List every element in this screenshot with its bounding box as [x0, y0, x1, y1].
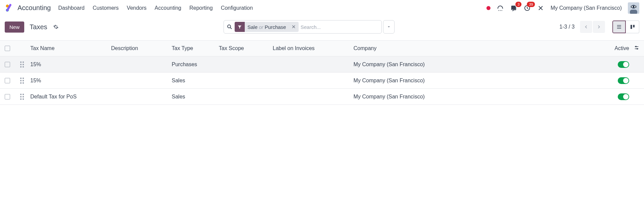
svg-point-8 [632, 6, 633, 7]
search-area: Sale or Purchase ✕ [224, 20, 395, 34]
filter-text: Sale or Purchase [245, 24, 289, 30]
cell-company: My Company (San Francisco) [353, 61, 475, 68]
nav-reporting[interactable]: Reporting [190, 5, 213, 11]
view-switcher [612, 20, 639, 33]
gear-icon[interactable] [53, 24, 59, 30]
table-header: Tax Name Description Tax Type Tax Scope … [0, 40, 644, 56]
nav-dashboard[interactable]: Dashboard [58, 5, 84, 11]
pager-buttons [579, 21, 605, 33]
cell-type: Purchases [172, 61, 219, 68]
pager-prev-button[interactable] [580, 21, 592, 33]
filter-remove-icon[interactable]: ✕ [289, 24, 299, 30]
drag-handle-icon[interactable] [20, 61, 30, 68]
column-options-icon[interactable] [629, 45, 639, 52]
header-type[interactable]: Tax Type [172, 45, 219, 51]
cell-name: 15% [30, 78, 111, 84]
nav-vendors[interactable]: Vendors [127, 5, 147, 11]
table-row[interactable]: Default Tax for PoS Sales My Company (Sa… [0, 89, 644, 105]
active-toggle[interactable] [618, 77, 629, 84]
active-toggle[interactable] [618, 93, 629, 100]
nav-links: Dashboard Customers Vendors Accounting R… [58, 5, 253, 11]
cell-active [602, 61, 629, 68]
topnav-right: 3 39 My Company (San Francisco) [486, 2, 639, 14]
support-icon[interactable] [497, 4, 504, 12]
search-icon [227, 24, 233, 30]
active-toggle[interactable] [618, 61, 629, 68]
breadcrumb: Taxes [30, 23, 47, 31]
app-logo[interactable] [5, 3, 14, 13]
filter-term-b: Purchase [265, 24, 286, 30]
table-row[interactable]: 15% Purchases My Company (San Francisco) [0, 56, 644, 73]
nav-customers[interactable]: Customers [93, 5, 118, 11]
select-all-checkbox[interactable] [5, 46, 10, 51]
drag-handle-icon[interactable] [20, 94, 30, 100]
app-title[interactable]: Accounting [18, 4, 51, 12]
cell-active [602, 77, 629, 84]
svg-rect-6 [630, 10, 637, 14]
pager-text[interactable]: 1-3 / 3 [560, 24, 575, 30]
cell-name: 15% [30, 61, 111, 68]
search-input[interactable] [301, 24, 379, 30]
header-description[interactable]: Description [111, 45, 172, 51]
table: Tax Name Description Tax Type Tax Scope … [0, 40, 644, 105]
cell-type: Sales [172, 78, 219, 84]
cell-name: Default Tax for PoS [30, 94, 111, 100]
svg-point-13 [636, 46, 637, 47]
user-avatar[interactable] [628, 2, 639, 14]
new-button[interactable]: New [5, 22, 24, 33]
row-checkbox[interactable] [5, 78, 10, 83]
row-checkbox[interactable] [5, 94, 10, 99]
activities-icon[interactable]: 39 [523, 4, 531, 12]
cell-type: Sales [172, 94, 219, 100]
header-name[interactable]: Tax Name [30, 45, 111, 51]
row-checkbox[interactable] [5, 62, 10, 67]
header-company[interactable]: Company [353, 45, 475, 51]
svg-point-14 [637, 48, 638, 49]
filter-or: or [259, 24, 263, 30]
svg-point-9 [634, 6, 636, 7]
table-row[interactable]: 15% Sales My Company (San Francisco) [0, 73, 644, 89]
view-list-button[interactable] [612, 20, 626, 33]
cell-active [602, 93, 629, 100]
cell-company: My Company (San Francisco) [353, 94, 475, 100]
filter-icon[interactable] [235, 22, 245, 32]
filter-chip: Sale or Purchase ✕ [235, 22, 299, 32]
messages-badge: 3 [515, 2, 521, 7]
pager-area: 1-3 / 3 [560, 20, 639, 33]
search-box[interactable]: Sale or Purchase ✕ [224, 20, 382, 34]
svg-rect-11 [631, 25, 632, 29]
activities-badge: 39 [527, 2, 535, 7]
header-label[interactable]: Label on Invoices [273, 45, 353, 51]
nav-configuration[interactable]: Configuration [221, 5, 253, 11]
header-active[interactable]: Active [602, 45, 629, 51]
drag-handle-icon[interactable] [20, 78, 30, 84]
messages-icon[interactable]: 3 [510, 4, 517, 12]
view-kanban-button[interactable] [626, 20, 639, 33]
nav-accounting[interactable]: Accounting [155, 5, 181, 11]
tools-icon[interactable] [537, 4, 544, 12]
header-scope[interactable]: Tax Scope [219, 45, 273, 51]
top-nav: Accounting Dashboard Customers Vendors A… [0, 0, 644, 16]
svg-point-10 [228, 25, 231, 28]
company-selector[interactable]: My Company (San Francisco) [550, 5, 622, 11]
pager-next-button[interactable] [593, 21, 605, 33]
control-panel: New Taxes Sale or Purchase ✕ [0, 16, 644, 40]
svg-rect-12 [633, 25, 635, 28]
search-options-dropdown[interactable] [383, 20, 395, 34]
status-indicator-icon[interactable] [486, 6, 490, 10]
cell-company: My Company (San Francisco) [353, 78, 475, 84]
filter-term-a: Sale [247, 24, 258, 30]
